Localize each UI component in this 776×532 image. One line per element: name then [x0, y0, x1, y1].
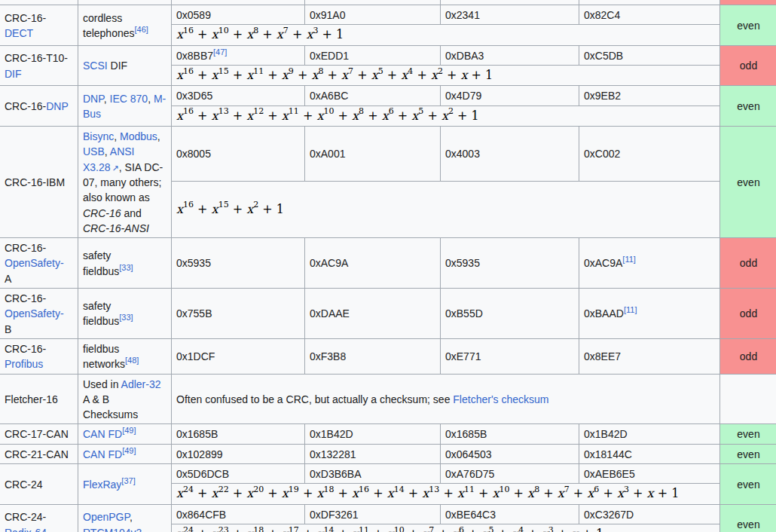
crc-name-cell: CRC-16-Profibus: [0, 338, 78, 374]
uses-cell: CAN FD[49]: [78, 444, 172, 463]
table-row: CRC-21-CANCAN FD[49]0x1028990x1322810x06…: [0, 444, 776, 463]
hex-cell-reversed: 0xA6BC: [305, 86, 441, 105]
uses-cell: cordless telephones[46]: [78, 5, 172, 46]
table-row: CRC-16-IBMBisync, Modbus, USB, ANSI X3.2…: [0, 127, 776, 182]
crc-name-cell: CRC-16-OpenSafety-B: [0, 289, 78, 339]
wiki-link[interactable]: CAN FD: [83, 428, 122, 440]
polynomial-cell: x24 + x23 + x18 + x17 + x14 + x11 + x10 …: [172, 524, 720, 532]
parity-cell: even: [720, 5, 776, 46]
hex-cell-reversed-reciprocal: 0x8EE7: [579, 338, 720, 374]
hex-cell-reversed: 0xA001: [305, 127, 441, 182]
hex-cell-reciprocal: 0xE771: [441, 338, 579, 374]
wiki-link[interactable]: FlexRay: [83, 478, 121, 491]
hex-cell-reciprocal: 0xBE64C3: [441, 504, 579, 524]
table-row: CRC-24-Radix-64OpenPGP, RTCM104v30x864CF…: [0, 504, 776, 524]
uses-cell: CAN FD[49]: [78, 424, 172, 444]
reference-link[interactable]: [33]: [119, 313, 133, 323]
wiki-link[interactable]: OpenPGP: [83, 511, 130, 523]
wiki-link[interactable]: OpenSafety-: [5, 307, 64, 320]
static-text: CRC-24-: [5, 511, 46, 523]
parity-cell: odd: [720, 338, 776, 374]
table-row: CRC-17-CANCAN FD[49]0x1685B0x1B42D0x1685…: [0, 424, 776, 444]
parity-cell: even: [720, 464, 776, 505]
hex-cell-reciprocal: 0x064503: [441, 444, 579, 463]
table-row: CRC-16-Profibusfieldbusnetworks[48]0x1DC…: [0, 338, 776, 374]
static-text: ,: [114, 130, 120, 142]
static-text: safety: [83, 300, 111, 312]
crc-name-cell: CRC-17-CAN: [0, 424, 78, 444]
hex-cell-reciprocal: 0x2341: [441, 5, 579, 25]
hex-cell-reversed: 0xEDD1: [305, 45, 441, 65]
static-text: fieldbus: [83, 265, 119, 277]
static-text: CRC-16-: [5, 343, 46, 355]
wiki-link[interactable]: IEC 870: [110, 93, 148, 105]
wiki-link[interactable]: Radix-64: [5, 527, 47, 532]
static-text: fieldbus: [83, 343, 119, 355]
hex-cell-reciprocal: 0x5935: [441, 238, 579, 289]
uses-cell: OpenPGP, RTCM104v3: [78, 504, 172, 532]
hex-cell-reversed-reciprocal: 0xAC9A[11]: [579, 238, 720, 289]
uses-cell: safetyfieldbus[33]: [78, 238, 172, 289]
wiki-link[interactable]: DECT: [5, 27, 33, 39]
wiki-link[interactable]: RTCM104v3: [83, 527, 142, 532]
hex-cell-reversed: 0xDAAE: [305, 289, 441, 339]
uses-cell: Used in Adler-32 A & B Checksums: [78, 374, 172, 424]
crc-name-cell: CRC-16-DNP: [0, 86, 78, 127]
reference-link[interactable]: [33]: [119, 263, 133, 272]
wiki-link[interactable]: OpenSafety-: [5, 257, 64, 269]
static-text: CRC-16: [83, 207, 121, 219]
table-row: CRC-16-OpenSafety-Bsafetyfieldbus[33]0x7…: [0, 289, 776, 339]
hex-cell-reversed-reciprocal: 0xBAAD[11]: [579, 289, 720, 339]
static-text: fieldbus: [83, 315, 119, 327]
parity-cell: even: [720, 424, 776, 444]
polynomial-cell: x16 + x10 + x8 + x7 + x3 + 1: [172, 25, 720, 45]
reference-link[interactable]: [11]: [624, 306, 637, 315]
parity-cell: odd: [720, 45, 776, 86]
static-text: ,: [130, 511, 133, 523]
hex-cell-reciprocal: 0x4003: [441, 127, 579, 182]
hex-cell-normal: 0x3D65: [172, 86, 305, 105]
reference-link[interactable]: [46]: [135, 25, 148, 34]
hex-cell-normal: 0x5935: [172, 238, 305, 289]
static-text: Used in: [83, 378, 121, 390]
polynomial-cell: x16 + x15 + x2 + 1: [172, 181, 720, 238]
reference-link[interactable]: [37]: [121, 476, 135, 485]
reference-link[interactable]: [47]: [213, 47, 227, 57]
crc-name-cell: CRC-16-DECT: [0, 5, 78, 46]
static-text: CRC-16-IBM: [5, 176, 65, 188]
hex-cell-reciprocal: 0xA76D75: [441, 464, 579, 484]
hex-cell-reversed-reciprocal: 0xC5DB: [579, 45, 720, 65]
wiki-link[interactable]: DIF: [5, 68, 22, 80]
crc-polynomial-table: CRC-16-DECTcordless telephones[46]0x0589…: [0, 0, 776, 532]
wiki-link[interactable]: SCSI: [83, 60, 108, 72]
static-text: CRC-16-: [5, 292, 46, 304]
reference-link[interactable]: [49]: [122, 427, 136, 436]
parity-cell: [720, 374, 776, 424]
polynomial-cell: x16 + x13 + x12 + x11 + x10 + x8 + x6 + …: [172, 105, 720, 126]
wiki-link[interactable]: Fletcher's checksum: [453, 393, 548, 405]
static-text: ,: [104, 93, 110, 105]
wiki-link[interactable]: Bisync: [83, 130, 114, 142]
hex-cell-reversed-reciprocal: 0x9EB2: [579, 86, 720, 105]
wiki-link[interactable]: DNP: [46, 100, 69, 112]
hex-cell-reciprocal: 0x1685B: [441, 424, 579, 444]
reference-link[interactable]: [49]: [122, 446, 136, 455]
hex-cell-reversed-reciprocal: 0xC3267D: [579, 504, 720, 524]
wiki-link[interactable]: Modbus: [120, 130, 157, 142]
wiki-link[interactable]: Profibus: [5, 358, 43, 370]
external-link-icon[interactable]: ↗: [112, 164, 119, 173]
hex-cell-reversed: 0x1B42D: [305, 424, 441, 444]
crc-name-cell: CRC-16-T10-DIF: [0, 45, 78, 86]
wiki-link[interactable]: Adler-32: [121, 378, 161, 390]
uses-cell: Bisync, Modbus, USB, ANSI X3.28↗, SIA DC…: [78, 127, 172, 238]
static-text: B: [5, 323, 11, 335]
table-row: CRC-24FlexRay[37]0x5D6DCB0xD3B6BA0xA76D7…: [0, 464, 776, 484]
crc-name-cell: CRC-16-IBM: [0, 127, 78, 238]
static-text: A: [5, 273, 11, 285]
static-text: CRC-24: [5, 478, 43, 491]
wiki-link[interactable]: CAN FD: [83, 448, 122, 460]
reference-link[interactable]: [48]: [125, 356, 139, 365]
reference-link[interactable]: [11]: [622, 255, 636, 264]
wiki-link[interactable]: DNP: [83, 93, 104, 105]
wiki-link[interactable]: USB: [83, 145, 105, 157]
